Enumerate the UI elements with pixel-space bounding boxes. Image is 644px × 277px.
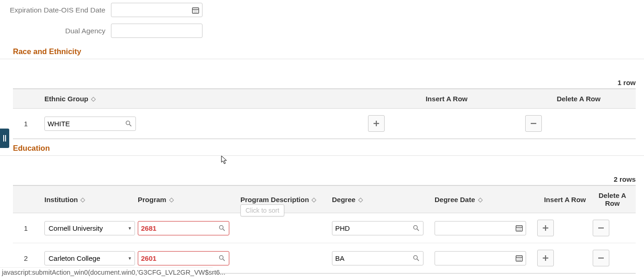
ethnic-table-row: 1	[13, 109, 636, 139]
svg-point-4	[196, 10, 197, 11]
svg-line-16	[417, 229, 419, 231]
education-table: Institution◇ Program◇ Program Descriptio…	[13, 185, 636, 274]
degree-date-input[interactable]	[435, 221, 526, 235]
row-number: 1	[17, 224, 35, 232]
add-row-button[interactable]	[368, 115, 385, 132]
svg-point-36	[520, 259, 521, 259]
ethnic-table-header: Ethnic Group◇ Insert A Row Delete A Row	[13, 89, 636, 109]
race-ethnicity-heading: Race and Ethnicity	[0, 44, 644, 59]
row-number: 2	[17, 254, 35, 262]
calendar-icon[interactable]	[190, 5, 201, 15]
institution-select[interactable]: Carleton College	[44, 251, 135, 265]
svg-point-13	[220, 226, 223, 229]
svg-line-14	[223, 229, 225, 231]
degree-column-header[interactable]: Degree◇	[332, 196, 435, 203]
svg-point-8	[126, 121, 130, 125]
svg-point-20	[519, 228, 520, 229]
dual-agency-row: Dual Agency	[0, 24, 644, 38]
education-table-row: 1 Cornell University	[13, 213, 636, 243]
svg-point-24	[520, 230, 521, 231]
education-row-count: 2 rows	[0, 172, 644, 185]
ethnic-group-table: Ethnic Group◇ Insert A Row Delete A Row …	[13, 88, 636, 139]
svg-point-35	[519, 259, 520, 259]
svg-point-38	[519, 260, 520, 261]
svg-point-30	[414, 256, 417, 259]
add-row-button[interactable]	[537, 220, 554, 236]
insert-row-column-header: Insert A Row	[537, 196, 593, 203]
education-table-header: Institution◇ Program◇ Program Descriptio…	[13, 185, 636, 213]
delete-row-column-header: Delete A Row	[593, 191, 632, 207]
sort-icon: ◇	[478, 196, 483, 203]
calendar-icon[interactable]	[514, 253, 524, 263]
svg-point-19	[517, 228, 518, 229]
sort-icon: ◇	[169, 196, 174, 203]
sort-icon: ◇	[80, 196, 85, 203]
program-description-column-header[interactable]: Program Description◇	[240, 196, 332, 203]
delete-row-button[interactable]	[525, 115, 542, 132]
search-icon[interactable]	[217, 253, 227, 263]
browser-status-bar: javascript:submitAction_win0(document.wi…	[0, 267, 213, 277]
search-icon[interactable]	[124, 119, 133, 128]
degree-date-column-header[interactable]: Degree Date◇	[435, 196, 537, 203]
insert-row-column-header: Insert A Row	[368, 95, 525, 103]
expiration-date-label: Expiration Date-OIS End Date	[0, 6, 111, 14]
sort-icon: ◇	[358, 196, 363, 203]
dual-agency-input[interactable]	[111, 24, 202, 38]
institution-select[interactable]: Cornell University	[44, 221, 135, 235]
delete-row-button[interactable]	[593, 250, 609, 266]
add-row-button[interactable]	[537, 250, 554, 266]
search-icon[interactable]	[411, 223, 421, 233]
svg-line-9	[129, 124, 131, 126]
svg-point-5	[194, 12, 195, 12]
svg-point-6	[195, 12, 196, 12]
svg-point-21	[520, 228, 521, 229]
race-row-count: 1 row	[0, 76, 644, 88]
svg-line-29	[223, 259, 225, 261]
svg-point-37	[517, 260, 518, 261]
ethnic-group-input[interactable]	[44, 117, 136, 131]
svg-point-3	[195, 10, 196, 11]
svg-point-7	[196, 12, 197, 12]
degree-input[interactable]	[332, 221, 423, 235]
program-input[interactable]	[138, 221, 229, 235]
svg-point-28	[220, 256, 223, 259]
program-column-header[interactable]: Program◇	[138, 196, 240, 203]
row-number: 1	[17, 120, 35, 128]
sort-icon: ◇	[312, 196, 316, 203]
svg-point-15	[414, 226, 417, 229]
degree-date-input[interactable]	[435, 251, 526, 265]
svg-point-39	[520, 260, 521, 261]
expiration-date-input[interactable]	[111, 3, 202, 17]
svg-point-22	[517, 230, 518, 231]
dual-agency-label: Dual Agency	[0, 26, 111, 35]
sort-icon: ◇	[91, 95, 96, 102]
svg-point-2	[194, 10, 195, 11]
search-icon[interactable]	[217, 223, 227, 233]
ethnic-group-column-header[interactable]: Ethnic Group◇	[35, 95, 368, 103]
sort-tooltip: Click to sort	[240, 204, 284, 216]
delete-row-column-header: Delete A Row	[525, 95, 632, 103]
side-panel-toggle[interactable]	[0, 129, 9, 148]
svg-line-31	[417, 259, 419, 261]
calendar-icon[interactable]	[514, 223, 524, 233]
svg-point-34	[517, 259, 518, 259]
svg-point-23	[519, 230, 520, 231]
education-heading: Education	[0, 141, 644, 156]
expiration-date-row: Expiration Date-OIS End Date	[0, 3, 644, 17]
search-icon[interactable]	[411, 253, 421, 263]
degree-input[interactable]	[332, 251, 423, 265]
institution-column-header[interactable]: Institution◇	[35, 196, 138, 203]
program-input[interactable]	[138, 251, 229, 265]
delete-row-button[interactable]	[593, 220, 609, 236]
